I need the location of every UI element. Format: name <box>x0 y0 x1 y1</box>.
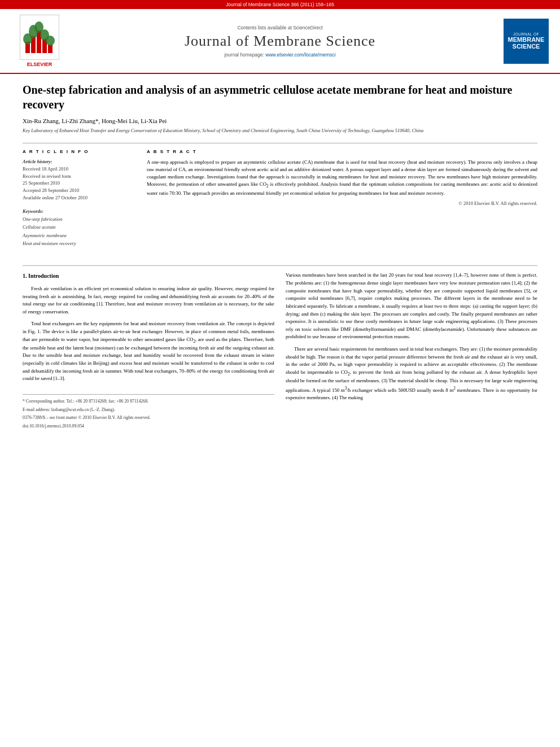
article-history-block: Article history: Received 18 April 2010 … <box>23 159 135 202</box>
journal-logo-area: journal of MEMBRANESCIENCE <box>492 19 549 64</box>
copyright: © 2010 Elsevier B.V. All rights reserved… <box>147 200 537 206</box>
revised-date: Received in revised form25 September 201… <box>23 173 135 187</box>
svg-rect-4 <box>48 45 53 53</box>
fn-corresponding: * Corresponding author. Tel.: +86 20 871… <box>23 398 274 405</box>
elsevier-brand-label: ELSEVIER <box>27 62 53 67</box>
article-title: One-step fabrication and analysis of an … <box>23 82 537 112</box>
right-para-2: There are several basic requirements for… <box>286 346 537 402</box>
section-1-title: 1. Introduction <box>23 272 274 281</box>
article-info-header: A R T I C L E I N F O <box>23 149 135 154</box>
abstract-text: A one-step approach is employed to prepa… <box>147 159 537 197</box>
keywords-label: Keywords: <box>23 208 135 214</box>
affiliation: Key Laboratory of Enhanced Heat Transfer… <box>23 128 537 134</box>
keywords-block: Keywords: One-step fabrication Cellulose… <box>23 208 135 248</box>
keyword-4: Heat and moisture recovery <box>23 239 135 247</box>
divider-2 <box>23 265 537 266</box>
fn-doi: doi:10.1016/j.memsci.2010.09.054 <box>23 423 274 430</box>
right-para-1: Various membranes have been searched in … <box>286 272 537 341</box>
elsevier-tree-icon <box>20 15 59 60</box>
logo-top: journal of <box>513 32 539 36</box>
body-col-left: 1. Introduction Fresh air ventilation is… <box>23 272 274 431</box>
fn-email: E-mail address: lzzhang@scut.edu.cn (L.-… <box>23 407 274 413</box>
article-info-col: A R T I C L E I N F O Article history: R… <box>23 149 135 255</box>
main-content: One-step fabrication and analysis of an … <box>0 74 560 443</box>
received-date: Received 18 April 2010 <box>23 165 135 173</box>
elsevier-logo-area: ELSEVIER <box>11 15 68 67</box>
history-label: Article history: <box>23 159 135 164</box>
fn-issn: 0376-7388/$ – see front matter © 2010 El… <box>23 414 274 421</box>
logo-mid: MEMBRANESCIENCE <box>508 36 545 50</box>
keywords-list: One-step fabrication Cellulose acetate A… <box>23 215 135 248</box>
accepted-date: Accepted 28 September 2010 <box>23 187 135 194</box>
available-date: Available online 27 October 2010 <box>23 194 135 202</box>
sciencedirect-label: Contents lists available at ScienceDirec… <box>68 25 492 30</box>
footnotes: * Corresponding author. Tel.: +86 20 871… <box>23 394 274 430</box>
authors: Xin-Ru Zhang, Li-Zhi Zhang*, Hong-Mei Li… <box>23 117 537 124</box>
abstract-col: A B S T R A C T A one-step approach is e… <box>147 149 537 255</box>
intro-para-2: Total heat exchangers are the key equipm… <box>23 320 274 382</box>
divider-1 <box>23 143 537 143</box>
journal-citation-bar: Journal of Membrane Science 366 (2011) 1… <box>0 0 560 9</box>
keyword-2: Cellulose acetate <box>23 223 135 231</box>
svg-point-9 <box>46 36 55 46</box>
journal-logo-box: journal of MEMBRANESCIENCE <box>504 19 549 64</box>
keyword-1: One-step fabrication <box>23 215 135 223</box>
info-abstract-section: A R T I C L E I N F O Article history: R… <box>23 149 537 255</box>
body-col-right: Various membranes have been searched in … <box>286 272 537 431</box>
journal-title-area: Contents lists available at ScienceDirec… <box>68 25 492 58</box>
journal-homepage: journal homepage: www.elsevier.com/locat… <box>68 52 492 58</box>
homepage-link[interactable]: www.elsevier.com/locate/memsci <box>265 52 335 58</box>
keyword-3: Asymmetric membrane <box>23 231 135 239</box>
journal-header: ELSEVIER Contents lists available at Sci… <box>0 9 560 74</box>
journal-citation: Journal of Membrane Science 366 (2011) 1… <box>226 2 334 7</box>
journal-title: Journal of Membrane Science <box>68 33 492 50</box>
abstract-header: A B S T R A C T <box>147 149 537 154</box>
intro-para-1: Fresh air ventilation is an efficient ye… <box>23 285 274 316</box>
body-section: 1. Introduction Fresh air ventilation is… <box>23 272 537 431</box>
